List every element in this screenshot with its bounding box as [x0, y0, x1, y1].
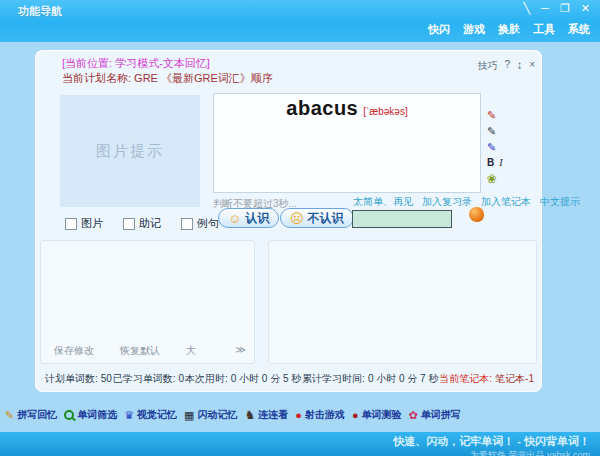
- mascot-icon[interactable]: [469, 207, 484, 222]
- maximize-button[interactable]: ❐: [560, 3, 570, 14]
- toolbar-item-matching-game[interactable]: ♞ 连连看: [245, 408, 289, 422]
- toolbar-label-visual-memory: 视觉记忆: [137, 408, 177, 422]
- toolbar-label-matching-game: 连连看: [258, 408, 288, 422]
- toolbar-label-word-spelling: 单词拼写: [421, 408, 461, 422]
- checkbox-picture[interactable]: 图片: [65, 216, 103, 231]
- dont-know-button-label: 不认识: [308, 210, 344, 227]
- link-add-review-list[interactable]: 加入复习录: [422, 195, 472, 209]
- format-buttons: BI: [487, 158, 503, 168]
- checkbox-label-picture: 图片: [81, 216, 103, 231]
- stat-current-notebook: 当前笔记本:笔记本-1: [439, 372, 534, 386]
- window-title: 功能导航: [18, 4, 62, 19]
- checkbox-box-example[interactable]: [181, 218, 193, 230]
- annotation-toolbar: ✎ ✎ ✎ BI ❀: [487, 110, 503, 185]
- settings-actions: 保存修改 恢复默认 大 ≫: [54, 344, 246, 358]
- menu-item-tools[interactable]: 工具: [533, 22, 555, 37]
- checkbox-box-picture[interactable]: [65, 218, 77, 230]
- menu-item-system[interactable]: 系统: [568, 22, 590, 37]
- footer-bar: 快速、闪动，记牢单词！ - 快闪背单词！ 为爱软件 荣誉出品 yabsk.com: [0, 432, 600, 456]
- apple-icon: ●: [352, 410, 359, 421]
- checkbox-label-example: 例句: [197, 216, 219, 231]
- help-button[interactable]: ?: [505, 59, 511, 73]
- panel-close-button[interactable]: ×: [529, 59, 535, 73]
- tips-button[interactable]: 技巧: [478, 59, 498, 73]
- stat-session-time: 本次用时:0 小时 0 分 5 秒: [185, 372, 301, 386]
- checkbox-mnemonic[interactable]: 助记: [123, 216, 161, 231]
- knight-icon: ♞: [245, 409, 256, 421]
- italic-button[interactable]: I: [499, 158, 502, 168]
- study-panel: 技巧 ? ↨ × [当前位置: 学习模式-文本回忆] 当前计划名称: GRE 《…: [35, 50, 542, 392]
- collapse-button[interactable]: ↨: [517, 59, 522, 73]
- red-pencil-icon[interactable]: ✎: [487, 110, 496, 121]
- title-bar: 功能导航 ╲ ─ ❐ ✕ 快闪 游戏 换肤 工具 系统: [0, 0, 600, 42]
- toolbar-item-spelling-recall[interactable]: ✎ 拼写回忆: [5, 408, 57, 422]
- window-controls: ╲ ─ ❐ ✕: [523, 3, 590, 14]
- magnifier-icon: [64, 410, 74, 420]
- footer-slogan: 快速、闪动，记牢单词！ - 快闪背单词！: [0, 434, 590, 449]
- menu-item-flash[interactable]: 快闪: [428, 22, 450, 37]
- menu-item-games[interactable]: 游戏: [463, 22, 485, 37]
- panel-corner-tools: 技巧 ? ↨ ×: [478, 59, 535, 73]
- rose-icon: ✿: [409, 410, 418, 421]
- font-size-link[interactable]: 大: [186, 344, 196, 358]
- dont-know-button[interactable]: ☹ 不认识: [280, 208, 354, 228]
- know-button-label: 认识: [245, 210, 269, 227]
- toolbar-item-word-filter[interactable]: 单词筛选: [64, 408, 117, 422]
- ball-icon: ●: [295, 410, 302, 421]
- stats-bar: 计划单词数:50 已学习单词数:0 本次用时:0 小时 0 分 5 秒 累计学习…: [45, 372, 534, 386]
- restore-default-link[interactable]: 恢复默认: [120, 344, 160, 358]
- mode-toolbar: ✎ 拼写回忆 单词筛选 ♛ 视觉记忆 ▦ 闪动记忆 ♞ 连连看 ● 射击游戏 ●…: [5, 408, 461, 422]
- link-add-notebook[interactable]: 加入笔记本: [481, 195, 531, 209]
- link-chinese-hint[interactable]: 中文提示: [540, 195, 580, 209]
- toolbar-item-word-quiz[interactable]: ● 单词测验: [352, 408, 402, 422]
- link-too-easy[interactable]: 太简单、再见: [353, 195, 413, 209]
- book-icon: ▦: [184, 410, 194, 421]
- pen-icon[interactable]: ╲: [523, 3, 530, 14]
- bold-button[interactable]: B: [487, 158, 494, 168]
- minimize-button[interactable]: ─: [541, 3, 549, 14]
- app-window: 功能导航 ╲ ─ ❐ ✕ 快闪 游戏 换肤 工具 系统 技巧 ? ↨ × [当前…: [0, 0, 600, 456]
- pencil-icon: ✎: [5, 410, 14, 421]
- checkbox-box-mnemonic[interactable]: [123, 218, 135, 230]
- display-option-checkboxes: 图片 助记 例句: [65, 216, 219, 231]
- current-word: abacus: [286, 97, 358, 119]
- current-location-label: [当前位置: 学习模式-文本回忆]: [62, 56, 210, 71]
- flower-icon[interactable]: ❀: [487, 173, 497, 185]
- toolbar-label-word-quiz: 单词测验: [362, 408, 402, 422]
- toolbar-item-flash-memory[interactable]: ▦ 闪动记忆: [184, 408, 237, 422]
- answer-input[interactable]: [352, 210, 452, 228]
- word-action-links: 太简单、再见 加入复习录 加入笔记本 中文提示: [353, 195, 580, 209]
- word-display-panel: abacus[ˈæbəkəs]: [213, 93, 481, 193]
- footer-credit: 为爱软件 荣誉出品 yabsk.com: [0, 449, 590, 456]
- stat-learned-words: 已学习单词数:0: [113, 372, 184, 386]
- toolbar-label-word-filter: 单词筛选: [77, 408, 117, 422]
- picture-hint-label: 图片提示: [96, 142, 164, 161]
- stat-plan-words: 计划单词数:50: [45, 372, 112, 386]
- toolbar-label-flash-memory: 闪动记忆: [198, 408, 238, 422]
- toolbar-label-spelling-recall: 拼写回忆: [17, 408, 57, 422]
- know-button[interactable]: ☺ 认识: [218, 208, 279, 228]
- menu-bar: 快闪 游戏 换肤 工具 系统: [428, 22, 590, 37]
- picture-hint-panel: 图片提示: [60, 95, 200, 207]
- toolbar-item-word-spelling[interactable]: ✿ 单词拼写: [409, 408, 461, 422]
- save-changes-link[interactable]: 保存修改: [54, 344, 94, 358]
- expand-button[interactable]: ≫: [236, 344, 246, 358]
- checkbox-example[interactable]: 例句: [181, 216, 219, 231]
- stat-total-time: 累计学习时间:0 小时 0 分 7 秒: [302, 372, 438, 386]
- settings-panel: 保存修改 恢复默认 大 ≫: [40, 240, 255, 364]
- toolbar-item-shooting-game[interactable]: ● 射击游戏: [295, 408, 345, 422]
- current-plan-label: 当前计划名称: GRE 《最新GRE词汇》顺序: [62, 71, 273, 86]
- close-button[interactable]: ✕: [581, 3, 590, 14]
- toolbar-label-shooting-game: 射击游戏: [305, 408, 345, 422]
- blue-pencil-icon[interactable]: ✎: [487, 142, 496, 153]
- menu-item-skins[interactable]: 换肤: [498, 22, 520, 37]
- smiley-icon: ☺: [228, 212, 241, 225]
- detail-panel: [268, 240, 537, 364]
- phonetic-label: [ˈæbəkəs]: [363, 106, 407, 117]
- confused-smiley-icon: ☹: [290, 212, 304, 225]
- dark-pencil-icon[interactable]: ✎: [487, 126, 496, 137]
- crown-icon: ♛: [124, 410, 134, 421]
- toolbar-item-visual-memory[interactable]: ♛ 视觉记忆: [124, 408, 177, 422]
- checkbox-label-mnemonic: 助记: [139, 216, 161, 231]
